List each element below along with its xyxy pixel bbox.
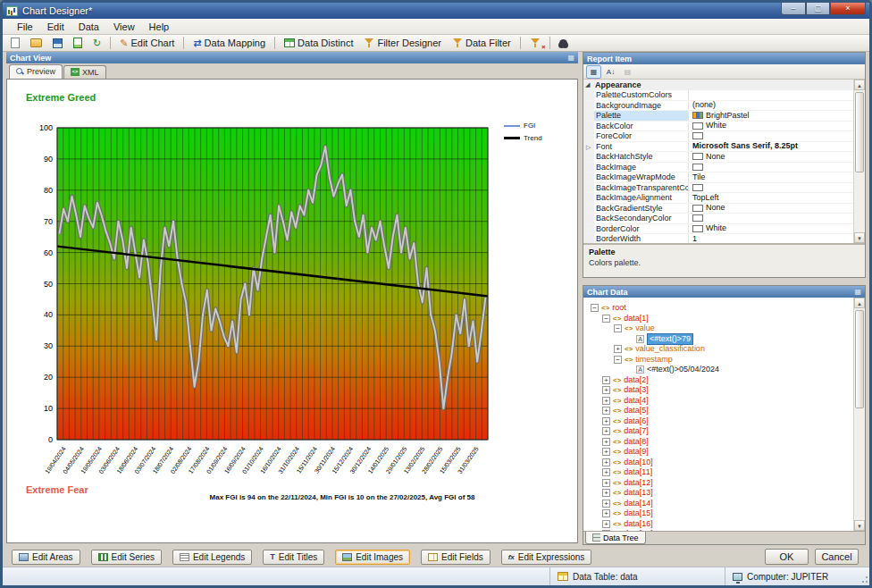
tree-node-data[14][interactable]: +<>data[14] <box>583 499 865 509</box>
edit-titles-button[interactable]: TEdit Titles <box>263 550 324 565</box>
tree-node-data[16][interactable]: +<>data[16] <box>583 519 865 530</box>
tree-node-data[1][interactable]: −<>data[1] <box>583 314 865 324</box>
expand-arrow-icon[interactable]: ▷ <box>586 142 591 152</box>
data-filter-button[interactable]: Data Filter <box>448 36 516 50</box>
tree-node-data[13][interactable]: +<>data[13] <box>583 488 865 499</box>
debug-button[interactable] <box>555 38 572 49</box>
expand-node-icon[interactable]: + <box>614 345 622 353</box>
tree-node-data[15][interactable]: +<>data[15] <box>583 508 865 519</box>
refresh-button[interactable]: ↻ <box>88 37 105 50</box>
tree-node-data[8][interactable]: +<>data[8] <box>583 437 865 448</box>
tab-preview[interactable]: Preview <box>9 64 63 79</box>
expand-node-icon[interactable]: + <box>602 427 610 435</box>
collapse-node-icon[interactable]: − <box>602 315 610 323</box>
minimize-button[interactable]: – <box>781 3 806 15</box>
property-row-backcolor[interactable]: BackColorWhite <box>583 122 865 132</box>
export-xml-button[interactable] <box>69 36 87 50</box>
property-row-backgradientstyle[interactable]: BackGradientStyleNone <box>583 204 865 214</box>
scroll-down-icon[interactable]: ▼ <box>854 520 865 531</box>
tree-node-data[10][interactable]: +<>data[10] <box>583 458 865 468</box>
tree-text-node[interactable]: A<#text()>79 <box>583 334 865 345</box>
expand-node-icon[interactable]: + <box>602 520 610 528</box>
data-distinct-button[interactable]: Data Distinct <box>280 36 357 50</box>
scrollbar-thumb[interactable] <box>855 310 864 408</box>
tree-node-data[7][interactable]: +<>data[7] <box>583 426 865 437</box>
expand-node-icon[interactable]: + <box>602 500 610 508</box>
category-appearance[interactable]: ◢ Appearance <box>583 80 865 90</box>
tab-xml[interactable]: <> XML <box>63 65 106 79</box>
property-row-backimagetransparentcolor[interactable]: BackImageTransparentColor <box>583 183 865 194</box>
close-button[interactable]: × <box>830 3 866 15</box>
expand-node-icon[interactable]: + <box>602 376 610 384</box>
expand-node-icon[interactable]: + <box>602 509 610 517</box>
tree-node-data[9][interactable]: +<>data[9] <box>583 447 865 458</box>
menu-edit[interactable]: Edit <box>40 21 71 33</box>
property-pages-button[interactable]: ▤ <box>620 65 635 79</box>
edit-series-button[interactable]: Edit Series <box>91 550 162 565</box>
collapse-node-icon[interactable]: − <box>591 304 599 312</box>
sort-alphabetical-button[interactable]: A↓ <box>603 65 618 79</box>
expand-node-icon[interactable]: + <box>602 489 610 497</box>
property-row-backhatchstyle[interactable]: BackHatchStyleNone <box>583 152 865 163</box>
property-grid-scrollbar[interactable]: ▲ ▼ <box>853 80 865 243</box>
expand-node-icon[interactable]: + <box>602 397 610 405</box>
tree-scrollbar[interactable]: ▲ ▼ <box>853 298 865 531</box>
tab-data-tree[interactable]: Data Tree <box>585 532 646 544</box>
expand-node-icon[interactable]: + <box>602 438 610 446</box>
scroll-up-icon[interactable]: ▲ <box>854 298 865 308</box>
panel-tools-icon[interactable]: ▦ <box>854 289 861 296</box>
edit-expressions-button[interactable]: fxEdit Expressions <box>501 550 592 565</box>
tree-node-data[2][interactable]: +<>data[2] <box>583 375 865 386</box>
property-row-palette[interactable]: PaletteBrightPastel <box>583 111 865 122</box>
expand-node-icon[interactable]: + <box>602 468 610 476</box>
expand-node-icon[interactable]: + <box>602 448 610 456</box>
property-row-font[interactable]: ▷FontMicrosoft Sans Serif, 8.25pt <box>583 142 865 153</box>
ok-button[interactable]: OK <box>765 549 809 565</box>
tree-node-value[interactable]: −<>value <box>583 323 865 334</box>
tree-node-timestamp[interactable]: −<>timestamp <box>583 355 865 365</box>
tree-node-data[6][interactable]: +<>data[6] <box>583 416 865 427</box>
tree-node-data[17][interactable]: +<>data[17] <box>583 529 865 531</box>
menu-help[interactable]: Help <box>142 21 177 33</box>
save-button[interactable] <box>48 37 67 50</box>
filter-designer-button[interactable]: Filter Designer <box>359 36 446 50</box>
expand-node-icon[interactable]: + <box>602 386 610 394</box>
panel-splitter[interactable] <box>583 278 866 285</box>
edit-legends-button[interactable]: Edit Legends <box>172 550 252 565</box>
tree-node-data[12][interactable]: +<>data[12] <box>583 478 865 489</box>
property-row-backimagealignment[interactable]: BackImageAlignmentTopLeft <box>583 193 865 204</box>
property-row-forecolor[interactable]: ForeColor <box>583 131 865 142</box>
scroll-up-icon[interactable]: ▲ <box>854 80 865 90</box>
property-row-borderwidth[interactable]: BorderWidth1 <box>583 234 865 243</box>
tree-node-data[11][interactable]: +<>data[11] <box>583 467 865 478</box>
collapse-node-icon[interactable]: − <box>614 356 622 364</box>
property-row-backgroundimage[interactable]: BackgroundImage(none) <box>583 101 865 112</box>
scroll-down-icon[interactable]: ▼ <box>854 232 865 243</box>
tree-node-data[4][interactable]: +<>data[4] <box>583 396 865 407</box>
edit-areas-button[interactable]: Edit Areas <box>12 550 80 565</box>
new-document-button[interactable] <box>6 36 24 50</box>
maximize-button[interactable]: ▢ <box>806 3 830 15</box>
expand-node-icon[interactable]: + <box>602 407 610 415</box>
expand-node-icon[interactable]: + <box>602 417 610 425</box>
edit-fields-button[interactable]: Edit Fields <box>421 550 490 565</box>
property-row-backsecondarycolor[interactable]: BackSecondaryColor <box>583 214 865 224</box>
data-mapping-button[interactable]: ⇄ Data Mapping <box>189 36 270 51</box>
edit-images-button[interactable]: Edit Images <box>335 550 410 565</box>
menu-data[interactable]: Data <box>71 21 106 33</box>
edit-chart-button[interactable]: ✎ Edit Chart <box>115 36 179 51</box>
property-row-backimagewrapmode[interactable]: BackImageWrapModeTile <box>583 172 865 183</box>
tree-node-data[3][interactable]: +<>data[3] <box>583 385 865 396</box>
cancel-button[interactable]: Cancel <box>815 549 859 565</box>
menu-file[interactable]: File <box>10 21 40 33</box>
expand-node-icon[interactable]: + <box>602 530 610 531</box>
scrollbar-thumb[interactable] <box>855 92 864 172</box>
tree-node-root[interactable]: −<>root <box>583 303 865 314</box>
property-row-bordercolor[interactable]: BorderColorWhite <box>583 224 865 235</box>
open-button[interactable] <box>26 37 46 49</box>
clear-filter-button[interactable]: × <box>525 36 545 50</box>
property-row-backimage[interactable]: BackImage <box>583 163 865 173</box>
expand-node-icon[interactable]: + <box>602 479 610 487</box>
expand-node-icon[interactable]: + <box>602 458 610 466</box>
resize-grip[interactable] <box>859 567 869 585</box>
